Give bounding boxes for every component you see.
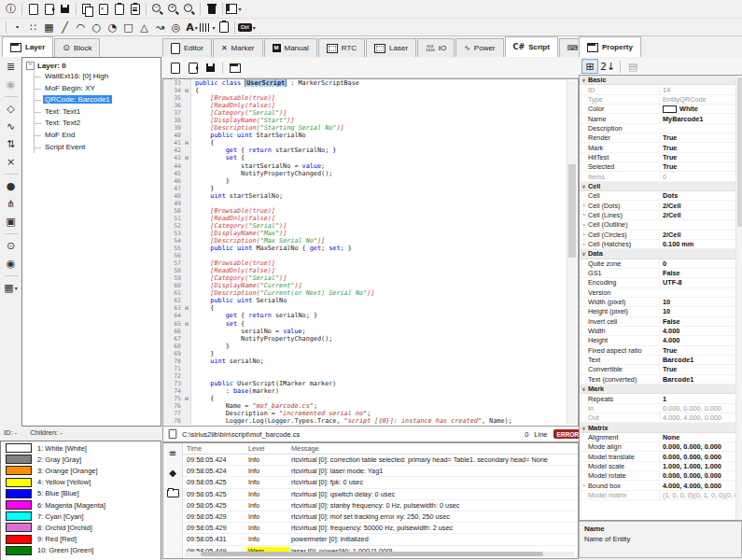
tab-script[interactable]: C#Script bbox=[505, 36, 558, 57]
property-scrollbar[interactable] bbox=[735, 76, 742, 520]
info-button[interactable]: ⓘ bbox=[3, 2, 19, 17]
log-list-button[interactable]: ≡ bbox=[165, 445, 181, 460]
color-item-5-blue-blue[interactable]: 5: Blue [Blue] bbox=[1, 488, 161, 499]
import-tool-button[interactable]: ⊙ bbox=[3, 239, 20, 253]
fold-marker-icon[interactable]: ⊟ bbox=[183, 304, 191, 312]
property-row-model-translate[interactable]: Model translate0.000, 0.000, 0.000 bbox=[580, 452, 742, 461]
property-row-description[interactable]: Description bbox=[580, 124, 742, 133]
draw-spiral-button[interactable]: ◎ bbox=[168, 20, 184, 35]
layer-tree-panel[interactable]: − Layer: 0 WaitExt16: [0] HighMoF Begin:… bbox=[21, 57, 161, 427]
fold-marker-icon[interactable]: ⊟ bbox=[183, 395, 191, 402]
sort-tool-button[interactable]: ⇅ bbox=[3, 137, 20, 151]
tab-block[interactable]: ⊙ Block bbox=[54, 38, 100, 57]
color-item-4-yellow-yellow[interactable]: 4: Yellow [Yellow] bbox=[1, 477, 161, 488]
property-category-matrix[interactable]: ∨Matrix bbox=[580, 423, 742, 432]
property-row-convertible[interactable]: ConvertibleTrue bbox=[580, 365, 742, 374]
table-tool-button[interactable]: ▦▾ bbox=[3, 281, 20, 295]
property-category-basic[interactable]: ∨Basic bbox=[580, 76, 742, 85]
tree-item-mof-begin-xy[interactable]: MoF Begin: XY bbox=[35, 83, 161, 95]
property-row-version[interactable]: Version bbox=[580, 288, 742, 298]
expand-icon[interactable]: > bbox=[580, 212, 588, 217]
collapse-icon[interactable]: − bbox=[26, 62, 35, 70]
open-file-button[interactable] bbox=[41, 2, 57, 17]
property-row-width-pixel[interactable]: Width (pixel)10 bbox=[580, 298, 742, 307]
log-col-level[interactable]: Level bbox=[246, 444, 289, 453]
script-open-button[interactable] bbox=[184, 60, 202, 76]
draw-point-button[interactable]: · bbox=[9, 20, 25, 35]
fill-tool-button[interactable]: ● bbox=[3, 179, 20, 193]
zoom-out-button[interactable] bbox=[149, 2, 165, 17]
property-category-mark[interactable]: ∨Mark bbox=[580, 385, 742, 394]
property-row-name[interactable]: NameMyBarcode1 bbox=[580, 114, 742, 123]
categorized-button[interactable]: ⊞ bbox=[581, 59, 598, 74]
expand-icon[interactable]: > bbox=[580, 242, 588, 247]
log-col-message[interactable]: Message bbox=[289, 444, 578, 453]
property-row-selected[interactable]: SelectedTrue bbox=[580, 162, 742, 172]
property-row-render[interactable]: RenderTrue bbox=[580, 133, 742, 143]
script-new-button[interactable] bbox=[166, 60, 184, 76]
draw-arc-button[interactable]: ◠ bbox=[73, 20, 89, 35]
color-item-6-magenta-magenta[interactable]: 6: Magenta [Magenta] bbox=[1, 499, 161, 511]
log-row[interactable]: 09:58:05.425Infortcvirtual [0]: stanby f… bbox=[183, 500, 578, 511]
property-row-quite-zone[interactable]: Quite zone0 bbox=[580, 259, 742, 269]
tree-item-qrcode-barcode1[interactable]: QRCode: Barcode1 bbox=[35, 94, 161, 106]
property-row-encoding[interactable]: EncodingUTF-8 bbox=[580, 278, 742, 287]
scrollbar-thumb[interactable] bbox=[737, 77, 742, 227]
expand-icon[interactable]: > bbox=[580, 222, 588, 228]
color-item-10-green-green[interactable]: 10: Green [Green] bbox=[1, 545, 161, 556]
property-row-cell-circles[interactable]: >Cell (Circles)2/Cell bbox=[580, 231, 742, 240]
draw-note-button[interactable] bbox=[216, 20, 231, 35]
property-row-cell-dots[interactable]: >Cell (Dots)2/Cell bbox=[580, 201, 742, 210]
log-row[interactable]: 09:58:05.424Infortcvirtual [0]: correcti… bbox=[183, 455, 578, 466]
property-row-width[interactable]: Width4.000 bbox=[580, 327, 742, 336]
draw-polyline-button[interactable]: ↝ bbox=[152, 20, 168, 35]
ctrl-command-button[interactable]: Ctrl▾ bbox=[238, 20, 256, 35]
property-row-text[interactable]: TextBarcode1 bbox=[580, 356, 742, 365]
log-horizontal-scrollbar[interactable] bbox=[185, 552, 574, 556]
property-row-hittest[interactable]: HitTestTrue bbox=[580, 153, 742, 162]
property-row-repeats[interactable]: Repeats1 bbox=[580, 394, 742, 403]
scrollbar-thumb[interactable] bbox=[201, 552, 543, 556]
property-row-height-pixel[interactable]: Height (pixel)10 bbox=[580, 307, 742, 316]
log-row[interactable]: 09:58:05.425Infortcvirtual [0]: qswitch … bbox=[183, 489, 578, 500]
property-row-id[interactable]: ID14 bbox=[580, 85, 742, 94]
color-item-8-orchid-orchid[interactable]: 8: Orchid [Orchid] bbox=[1, 522, 161, 533]
tree-item-waitext16-0-high[interactable]: WaitExt16: [0] High bbox=[35, 71, 161, 83]
property-row-height[interactable]: Height4.000 bbox=[580, 336, 742, 345]
property-row-model-matrix[interactable]: Model matrix(1, 0, 0, 0)(0, 1, 0, 0)(0, … bbox=[580, 491, 742, 500]
tree-item-mof-end[interactable]: MoF End bbox=[35, 130, 161, 142]
tab-power[interactable]: ∿Power bbox=[455, 38, 503, 57]
property-row-type[interactable]: TypeEntityQRCode bbox=[580, 95, 742, 105]
property-row-invert-cell[interactable]: Invert cellFalse bbox=[580, 317, 742, 327]
color-item-7-cyan-cyan[interactable]: 7: Cyan [Cyan] bbox=[1, 511, 161, 522]
scrollbar-thumb[interactable] bbox=[568, 164, 576, 258]
property-row-model-scale[interactable]: Model scale1.000, 1.000, 1.000 bbox=[580, 462, 742, 471]
color-item-1-white-white[interactable]: 1: White [White] bbox=[1, 442, 161, 454]
draw-barcode-button[interactable]: ▾ bbox=[200, 20, 216, 35]
tree-item-script-event[interactable]: Script Event bbox=[35, 142, 161, 154]
code-editor[interactable]: 33public class UserScript : MarkerScript… bbox=[162, 78, 579, 427]
property-row-alignment[interactable]: AlignmentNone bbox=[580, 433, 742, 442]
delete-button[interactable] bbox=[203, 2, 219, 17]
export-tool-button[interactable]: ◉ bbox=[3, 257, 20, 271]
draw-pie-button[interactable]: ◔ bbox=[105, 20, 120, 35]
fold-marker-icon[interactable]: ⊟ bbox=[183, 87, 191, 94]
color-item-9-red-red[interactable]: 9: Red [Red] bbox=[1, 534, 161, 545]
align-tool-button[interactable]: ▣ bbox=[3, 215, 20, 229]
property-category-cell[interactable]: ∨Cell bbox=[580, 182, 742, 191]
log-col-time[interactable]: Time bbox=[183, 444, 246, 453]
color-item-3-orange-orange[interactable]: 3: Orange [Orange] bbox=[1, 465, 161, 476]
property-row-gs1[interactable]: GS1False bbox=[580, 269, 742, 278]
fold-marker-icon[interactable]: ⊟ bbox=[183, 154, 191, 161]
expand-icon[interactable]: > bbox=[580, 483, 588, 488]
tab-io[interactable]: IO bbox=[417, 38, 455, 57]
tab-manual[interactable]: MManual bbox=[264, 38, 317, 57]
tree-root-layer0[interactable]: − Layer: 0 bbox=[22, 58, 161, 71]
draw-circle-button[interactable]: ○ bbox=[89, 20, 105, 35]
draw-grid-button[interactable]: ▦ bbox=[41, 20, 57, 35]
property-row-text-converted[interactable]: Text (converted)Barcode1 bbox=[580, 375, 742, 385]
property-row-model-rotate[interactable]: Model rotate0.000, 0.000, 0.000 bbox=[580, 471, 742, 481]
log-row[interactable]: 09:58:05.424Infortcvirtual [0]: laser mo… bbox=[183, 466, 578, 477]
zoom-region-button[interactable] bbox=[181, 2, 197, 17]
copy-button[interactable] bbox=[79, 2, 95, 17]
